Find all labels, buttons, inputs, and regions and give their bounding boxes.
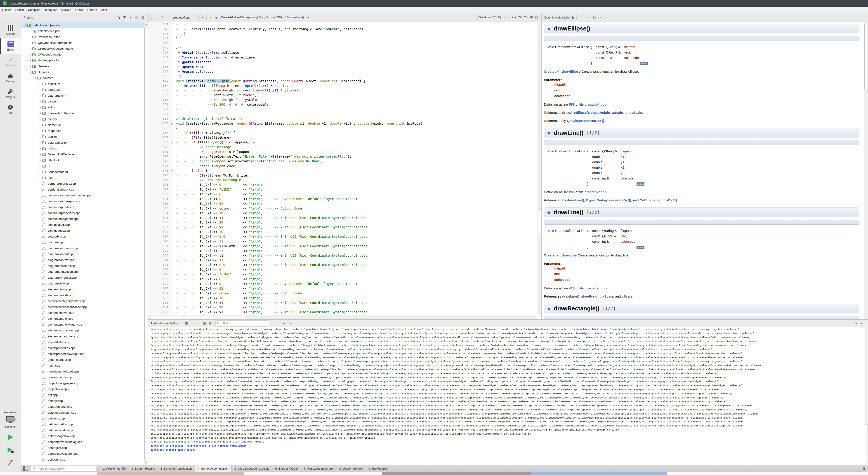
editor-hscroll-thumb[interactable]: [151, 316, 246, 319]
code-line[interactable]: → → → To_Dxf << 0.0 ······· << "\r\n"; ·…: [173, 234, 537, 239]
locator-input[interactable]: Type to locate (Ctrl+K): [31, 466, 96, 471]
tree-item[interactable]: C++elementscategoryeditor.cpp: [21, 298, 148, 304]
help-link[interactable]: drawArcEllipse(): [562, 111, 589, 114]
fold-marker-icon[interactable]: ▾: [171, 131, 172, 135]
code-line[interactable]: → → → To_Dxf << 8 ········· << "\r\n";: [173, 192, 537, 197]
tree-item[interactable]: C++qetproject.cpp: [21, 445, 148, 451]
word-wrap-icon[interactable]: [184, 320, 190, 327]
code-line[interactable]: [173, 41, 537, 46]
tree-item[interactable]: C++elementspanelwidget.cpp: [21, 321, 148, 327]
tree-item[interactable]: qtqelectrotech.pro: [21, 28, 148, 34]
collapsed-arrow-icon[interactable]: ▸: [38, 94, 42, 97]
fold-marker-icon[interactable]: ▾: [171, 140, 172, 145]
tree-item[interactable]: ▸qtQetGraphicsItemModeler: [21, 40, 148, 45]
split-editor-icon[interactable]: [534, 14, 539, 20]
link-icon[interactable]: [127, 14, 133, 20]
code-line[interactable]: → → → To_Dxf << x1+width ·· << "\r\n"; ·…: [173, 244, 537, 248]
tree-item[interactable]: C++diagramschooser.cpp: [21, 274, 148, 280]
tree-item[interactable]: ▾c+Sources: [21, 69, 148, 75]
help-link[interactable]: ExportDialog::generateDxf(): [586, 198, 631, 202]
output-tab-9[interactable]: 9Test Results: [366, 465, 391, 472]
tree-item[interactable]: C++configdialog.cpp: [21, 222, 148, 228]
tree-item[interactable]: C++qetdiagrameditor.cpp: [21, 410, 148, 415]
code-line[interactable]: void Createdxf::drawEllipse(const QStrin…: [173, 79, 537, 83]
editor-encoding[interactable]: Windows (CRLF): [479, 16, 501, 19]
debug-run-button[interactable]: [6, 446, 14, 454]
tree-item[interactable]: C++qetapp.cpp: [21, 398, 148, 404]
collapsed-arrow-icon[interactable]: ▸: [38, 117, 42, 121]
tree-item[interactable]: ▸titleblock: [21, 157, 148, 163]
code-line[interactable]: {: [173, 126, 537, 131]
code-line[interactable]: → → → To_Dxf << 20 ········ << "\r\n";: [173, 305, 537, 310]
home-icon[interactable]: [569, 14, 576, 20]
collapsed-arrow-icon[interactable]: ▸: [38, 141, 42, 144]
collapsed-arrow-icon[interactable]: ▸: [38, 159, 42, 162]
code-line[interactable]: → → drawArc(file_path, center_x, center_…: [173, 27, 537, 32]
kit-monitor-icon[interactable]: [5, 415, 16, 425]
code-line[interactable]: → → → To_Dxf << 0.0 ······· << "\r\n"; ·…: [173, 263, 537, 267]
tree-item[interactable]: C++bordertitleblock.cpp: [21, 186, 148, 192]
tree-item[interactable]: ▸diagramevent: [21, 93, 148, 98]
code-line[interactable]: → → → To_Dxf << 62 ········ << "\r\n";: [173, 201, 537, 206]
tree-item[interactable]: C++diagramcontext.cpp: [21, 257, 148, 263]
tree-item[interactable]: C++qeticons.cpp: [21, 415, 148, 421]
back-icon[interactable]: ‹: [148, 14, 154, 20]
split-icon[interactable]: [133, 14, 139, 20]
collapsed-arrow-icon[interactable]: ▸: [38, 88, 42, 91]
collapsed-arrow-icon[interactable]: ▸: [38, 153, 42, 156]
tree-item[interactable]: ▸hHeaders: [21, 63, 148, 69]
tree-item[interactable]: C++elementscollectioncache.cpp: [21, 304, 148, 310]
code-line[interactable]: → → → To_Dxf << colour ···· << "\r\n"; ·…: [173, 291, 537, 296]
zoom-in-icon[interactable]: +: [283, 321, 285, 326]
tree-item[interactable]: C++elementdialog.cpp: [21, 286, 148, 292]
help-scrollbar[interactable]: [864, 22, 868, 319]
menu-dboguer[interactable]: Déboguer: [42, 7, 59, 13]
collapsed-arrow-icon[interactable]: ▸: [38, 135, 42, 138]
close-pane-icon[interactable]: ✕: [859, 320, 864, 327]
tree-item[interactable]: C++diagramcommands.cpp: [21, 245, 148, 251]
code-line[interactable]: * @param rect: [173, 65, 537, 69]
document-dropdown-icon[interactable]: ⇅: [192, 14, 197, 20]
code-line[interactable]: → → → → ···0, 360, 0, 0, 0, colorcode);: [173, 102, 537, 107]
help-link[interactable]: QetShapeItem::toDXF(): [640, 198, 677, 202]
toggle-sidebar-icon[interactable]: [23, 466, 28, 471]
hash-icon[interactable]: #: [208, 14, 213, 20]
code-line[interactable]: → → → To_Dxf << 8 ········· << "\r\n";: [173, 277, 537, 281]
tree-item[interactable]: C++elementprovider.cpp: [21, 292, 148, 298]
help-link[interactable]: 290: [569, 190, 575, 194]
output-tab-2[interactable]: 2Search Results: [129, 465, 158, 472]
collapsed-arrow-icon[interactable]: ▸: [29, 41, 32, 44]
help-scroll-thumb[interactable]: [864, 24, 868, 90]
tree-item[interactable]: ▸undocommand: [21, 169, 148, 175]
tree-item[interactable]: ▸richtext: [21, 145, 148, 151]
menu-outils[interactable]: Outils: [73, 7, 85, 13]
output-tab-6[interactable]: 6Entrées TODO: [272, 465, 301, 472]
code-line[interactable]: → → → → ···rect.height() * yScale,: [173, 98, 537, 102]
code-line[interactable]: → drawArcEllipse(filepath, rect.topLeft(…: [173, 83, 537, 88]
open-in-help-mode[interactable]: Open in Help Mode: [544, 16, 569, 19]
expanded-arrow-icon[interactable]: ▾: [33, 76, 37, 79]
tree-item[interactable]: C++main.cpp: [21, 363, 148, 368]
tree-item[interactable]: C++qetarguments.cpp: [21, 404, 148, 410]
tree-item[interactable]: C++conductorprofile.cpp: [21, 204, 148, 210]
collapsed-arrow-icon[interactable]: ▸: [29, 65, 32, 68]
output-tab-7[interactable]: 7Messages généraux: [301, 465, 336, 472]
tree-item[interactable]: ▸qtQPropertyUndoCommand: [21, 45, 148, 52]
tree-item[interactable]: C++exportpropertieswidget.cpp: [21, 351, 148, 357]
collapsed-arrow-icon[interactable]: ▸: [29, 59, 32, 62]
collapsed-arrow-icon[interactable]: ▸: [38, 106, 42, 109]
tree-item[interactable]: ▸ElementsCollection: [21, 110, 148, 116]
menu-aide[interactable]: Aide: [99, 7, 109, 13]
code-line[interactable]: * @param filepath: [173, 60, 537, 65]
tree-item[interactable]: C++conductorproperties.cpp: [21, 210, 148, 216]
tree-item[interactable]: ▸SearchAndReplace: [21, 151, 148, 157]
help-link[interactable]: yScale: [631, 111, 642, 114]
tree-item[interactable]: ▸dataBase: [21, 87, 148, 93]
code-line[interactable]: * Conveniance function for draw ellipse: [173, 55, 537, 60]
tree-item[interactable]: ▸NameList: [21, 122, 148, 128]
tree-item[interactable]: ▸dvevent: [21, 98, 148, 104]
tree-item[interactable]: ▸qtPropertiesEditor: [21, 34, 148, 40]
output-tab-1[interactable]: 1Problèmes1: [100, 465, 129, 472]
code-line[interactable]: → → } else {: [173, 168, 537, 173]
help-link[interactable]: drawLine(): [562, 294, 579, 298]
